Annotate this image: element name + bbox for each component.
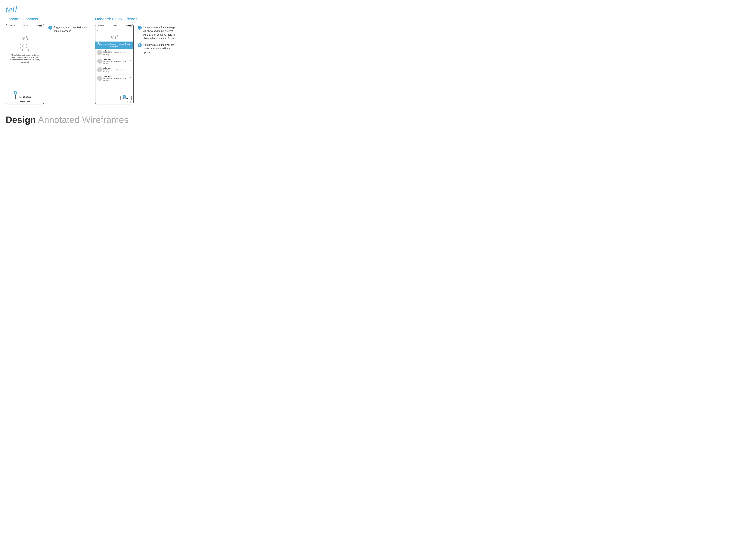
annotation-1: 1 Triggers system permissions for contac…: [48, 24, 92, 33]
annotation-badge-1: 1: [14, 91, 17, 95]
follow-button[interactable]: Follow: [121, 96, 132, 100]
footer-title: Design Annotated Wireframes: [6, 114, 177, 125]
follow-back-icon[interactable]: ‹: [97, 29, 98, 32]
contact-check-2[interactable]: ✓: [130, 59, 132, 61]
section-follow-title: Onboard: Follow Friends: [95, 17, 178, 21]
ann-badge-3-phone: 3: [123, 95, 126, 98]
awesome-message: 2 Awesome! You have some freinds already…: [95, 42, 133, 49]
contact-item-4: John Doe Food lover and bread lover. Lif…: [95, 74, 133, 81]
section-contacts: Onboard: Contacts ••••• Sketch ⌘ 9:41 AM…: [6, 17, 92, 104]
ann-text-1: Triggers system permissions for contacts…: [54, 26, 92, 33]
contact-name-4: John Doe: [104, 76, 129, 78]
battery-fill: [39, 25, 42, 26]
annotation-item-1: 1 Triggers system permissions for contac…: [48, 26, 92, 33]
contact-item-3: John Doe Food lover and bread lover. Lif…: [95, 66, 133, 74]
carrier-name: Sketch: [9, 25, 13, 26]
contact-list: John Doe Food lover and bread lover. Lif…: [95, 49, 133, 95]
footer-bold: Design: [6, 115, 36, 125]
skip-link[interactable]: Skip: [127, 101, 131, 103]
contact-avatar-3: [97, 67, 102, 72]
follow-signal-dots: •••••: [97, 25, 98, 26]
contact-bio-2: Food lover and bread lover. Life of the …: [104, 60, 129, 64]
header: tell: [0, 0, 183, 17]
follow-phone-frame: ••••• Sketch ⌘ 9:41 AM 100% ‹: [95, 24, 134, 104]
contact-bio-1: Food lover and bread lover. Life of the …: [104, 52, 129, 56]
follow-battery-bar: [128, 25, 132, 26]
contacts-phone-nav: ‹: [6, 27, 44, 33]
section-follow: Onboard: Follow Friends ••••• Sketch ⌘ 9…: [92, 17, 178, 104]
contact-name-2: John Doe: [104, 59, 129, 60]
main-content: Onboard: Contacts ••••• Sketch ⌘ 9:41 AM…: [0, 17, 183, 104]
contact-bio-3: Food lover and bread lover. Life of the …: [104, 69, 129, 73]
follow-status-left: ••••• Sketch ⌘: [97, 25, 105, 26]
follow-phone-logo-wrap: tell: [95, 33, 133, 42]
follow-battery-pct: 100%: [125, 25, 128, 26]
ann-badge-1: 1: [48, 26, 52, 30]
contact-info-2: John Doe Food lover and bread lover. Lif…: [104, 59, 129, 64]
ann-badge-2-phone: 2: [97, 42, 100, 45]
follow-phone-wrapper: ••••• Sketch ⌘ 9:41 AM 100% ‹: [95, 24, 178, 104]
contact-avatar-1: [97, 50, 102, 55]
contact-check-1[interactable]: ✓: [130, 50, 132, 53]
follow-battery-fill: [129, 25, 132, 26]
signal-dots: •••••: [7, 25, 9, 26]
footer-light: Annotated Wireframes: [36, 115, 129, 125]
back-chevron-icon[interactable]: ‹: [8, 29, 9, 32]
section-contacts-title: Onboard: Contacts: [6, 17, 92, 21]
ann-badge-3: 3: [138, 43, 142, 47]
status-time: 9:41 AM: [23, 25, 28, 26]
follow-status-bar: ••••• Sketch ⌘ 9:41 AM 100%: [95, 24, 133, 27]
contacts-description: Tell is all about getting recomendations…: [9, 54, 41, 63]
contact-item-2: John Doe Food lover and bread lover. Lif…: [95, 57, 133, 66]
footer: Design Annotated Wireframes: [0, 114, 183, 131]
contact-info-3: John Doe Food lover and bread lover. Lif…: [104, 67, 129, 73]
maybe-later-link[interactable]: Maybe Later: [20, 100, 30, 102]
battery-pct: 100%: [36, 25, 39, 26]
ann-text-3: If empty state, button will say "Next" a…: [143, 43, 178, 54]
follow-battery: 100%: [125, 25, 132, 26]
follow-phone-logo: tell: [95, 34, 133, 40]
follow-carrier: Sketch: [98, 25, 103, 26]
follow-phone-nav: ‹: [95, 27, 133, 33]
contact-info-1: John Doe Food lover and bread lover. Lif…: [104, 50, 129, 56]
contact-name-3: John Doe: [104, 67, 129, 69]
annotation-item-2: 2 If empty state, a fun message will sho…: [138, 26, 178, 40]
right-annotations: 2 If empty state, a fun message will sho…: [138, 24, 178, 54]
import-contacts-button[interactable]: Import Contacts: [15, 95, 35, 99]
app-logo: tell: [6, 5, 177, 14]
contact-avatar-4: [97, 76, 102, 81]
contact-info-4: John Doe Food lover and bread lover. Lif…: [104, 76, 129, 81]
battery-indicator: 100%: [36, 25, 42, 26]
contacts-phone-body: tell Tell is all about getting recomenda…: [6, 33, 44, 93]
contacts-icon: [20, 44, 30, 51]
contact-check-3[interactable]: ✓: [130, 68, 132, 70]
battery-bar: [39, 25, 42, 26]
contacts-phone-footer: 1 Import Contacts Maybe Later: [6, 93, 44, 104]
ann-badge-2: 2: [138, 26, 142, 30]
contacts-phone-frame: ••••• Sketch ⌘ 9:41 AM 100% ‹: [6, 24, 44, 104]
contacts-phone-wrapper: ••••• Sketch ⌘ 9:41 AM 100% ‹: [6, 24, 92, 104]
person-body-2: [22, 48, 29, 51]
contact-check-4[interactable]: ✓: [130, 76, 132, 78]
ann-text-2: If empty state, a fun message will show …: [143, 26, 178, 40]
contact-bio-4: Food lover and bread lover. Life of the …: [104, 78, 129, 81]
contact-name-1: John Doe: [104, 50, 129, 52]
status-left: ••••• Sketch ⌘: [7, 25, 15, 26]
contacts-status-bar: ••••• Sketch ⌘ 9:41 AM 100%: [6, 24, 44, 27]
contact-item-1: John Doe Food lover and bread lover. Lif…: [95, 49, 133, 57]
contact-avatar-2: [97, 59, 102, 64]
wifi-icon: ⌘: [14, 25, 15, 26]
annotation-item-3: 3 If empty state, button will say "Next"…: [138, 43, 178, 54]
follow-phone-actions: 3 Follow Skip: [95, 95, 133, 104]
follow-time: 9:41 AM: [112, 25, 117, 26]
awesome-text: Awesome! You have some freinds already u…: [99, 43, 130, 47]
phone-tell-logo: tell: [21, 35, 29, 42]
follow-wifi-icon: ⌘: [103, 25, 104, 26]
page-divider: [0, 110, 183, 110]
